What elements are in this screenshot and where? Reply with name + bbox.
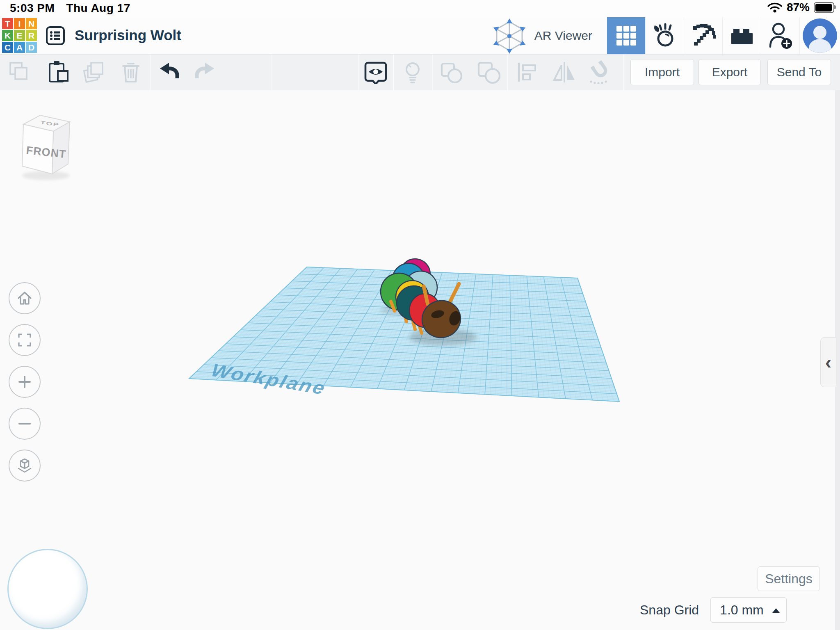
view-cube[interactable]: TOP FRONT <box>22 115 70 180</box>
design-list-icon[interactable] <box>45 25 66 46</box>
toolbar-divider <box>358 55 359 90</box>
caret-up-icon <box>772 608 780 613</box>
status-time-date: 5:03 PMThu Aug 17 <box>10 2 142 15</box>
snap-grid-label: Snap Grid <box>640 603 699 618</box>
undo-icon[interactable] <box>157 60 180 84</box>
home-view-button[interactable] <box>9 282 41 314</box>
chevron-left-icon: ‹ <box>825 351 831 373</box>
tinkercad-logo[interactable]: TIN KER CAD <box>2 18 37 53</box>
send-to-button[interactable]: Send To <box>767 59 831 85</box>
snap-grid-select[interactable]: 1.0 mm <box>710 597 787 623</box>
perspective-toggle-button[interactable] <box>9 450 41 482</box>
duplicate-icon[interactable] <box>82 60 106 84</box>
battery-percent: 87% <box>787 1 810 14</box>
minus-icon <box>16 415 34 433</box>
logo-tile-c: C <box>2 42 13 53</box>
panel-expand-tab[interactable]: ‹ <box>820 337 836 387</box>
export-button[interactable]: Export <box>698 59 761 85</box>
snap-grid-value: 1.0 mm <box>720 603 764 618</box>
ar-cube-icon <box>490 18 529 54</box>
plus-icon <box>16 373 34 391</box>
scene-svg: Workplane TOP FRONT <box>0 90 840 630</box>
show-all-icon[interactable] <box>401 60 425 84</box>
orbit-joystick[interactable] <box>7 549 88 629</box>
toolbar-divider <box>272 55 272 90</box>
logo-tile-n: N <box>26 18 37 29</box>
logo-tile-t: T <box>2 18 13 29</box>
toolbar-divider <box>623 55 624 90</box>
magnet-icon[interactable] <box>588 60 612 84</box>
notes-visibility-icon[interactable] <box>364 60 388 84</box>
simlab-button[interactable] <box>645 17 684 54</box>
logo-tile-d: D <box>26 42 37 53</box>
blocks-grid-icon <box>615 24 638 47</box>
fit-view-icon <box>16 331 34 349</box>
edit-toolbar: Import Export Send To <box>0 55 840 90</box>
collaborate-button[interactable] <box>761 17 799 54</box>
copy-icon[interactable] <box>7 60 31 84</box>
delete-icon[interactable] <box>119 60 143 84</box>
zoom-out-button[interactable] <box>9 408 41 440</box>
logo-tile-k: K <box>2 30 13 41</box>
zoom-in-button[interactable] <box>9 366 41 398</box>
import-button[interactable]: Import <box>630 59 694 85</box>
paste-icon[interactable] <box>46 60 69 84</box>
mirror-icon[interactable] <box>552 60 576 84</box>
settings-button[interactable]: Settings <box>758 566 820 591</box>
design-title[interactable]: Surprising Wolt <box>75 27 181 43</box>
ar-viewer-label: AR Viewer <box>534 29 592 43</box>
ungroup-icon[interactable] <box>477 60 501 84</box>
toolbar-divider <box>150 55 151 90</box>
align-icon[interactable] <box>515 60 539 84</box>
fit-view-button[interactable] <box>9 324 41 356</box>
toolbar-divider <box>432 55 433 90</box>
logo-tile-r: R <box>26 30 37 41</box>
redo-icon[interactable] <box>194 60 217 84</box>
blocks-view-button[interactable] <box>607 17 645 54</box>
view-nav-column <box>9 282 41 482</box>
group-icon[interactable] <box>439 60 463 84</box>
ar-viewer-button[interactable]: AR Viewer <box>486 17 607 54</box>
logo-tile-a: A <box>14 42 25 53</box>
logo-tile-e: E <box>14 30 25 41</box>
orthographic-cube-icon <box>16 457 34 475</box>
minecraft-pickaxe-icon <box>691 23 716 48</box>
bricks-button[interactable] <box>722 17 761 54</box>
add-person-icon <box>767 21 794 50</box>
status-indicators: 87% <box>767 1 834 14</box>
profile-avatar-button[interactable] <box>799 17 840 54</box>
header: TIN KER CAD Surprising Wolt <box>0 17 840 55</box>
logo-tile-i: I <box>14 18 25 29</box>
brick-icon <box>729 23 755 48</box>
toolbar-divider <box>507 55 508 90</box>
toolbar-divider <box>393 55 394 90</box>
status-bar: 5:03 PMThu Aug 17 87% <box>0 0 840 17</box>
minecraft-button[interactable] <box>684 17 722 54</box>
battery-icon <box>814 2 834 13</box>
wifi-icon <box>767 1 783 14</box>
simlab-icon <box>652 23 678 48</box>
date: Thu Aug 17 <box>66 2 130 14</box>
snap-grid-row: Snap Grid 1.0 mm <box>640 597 787 623</box>
home-icon <box>16 289 34 307</box>
clock: 5:03 PM <box>10 2 55 14</box>
avatar <box>802 18 838 54</box>
3d-viewport[interactable]: Workplane TOP FRONT <box>0 90 840 630</box>
